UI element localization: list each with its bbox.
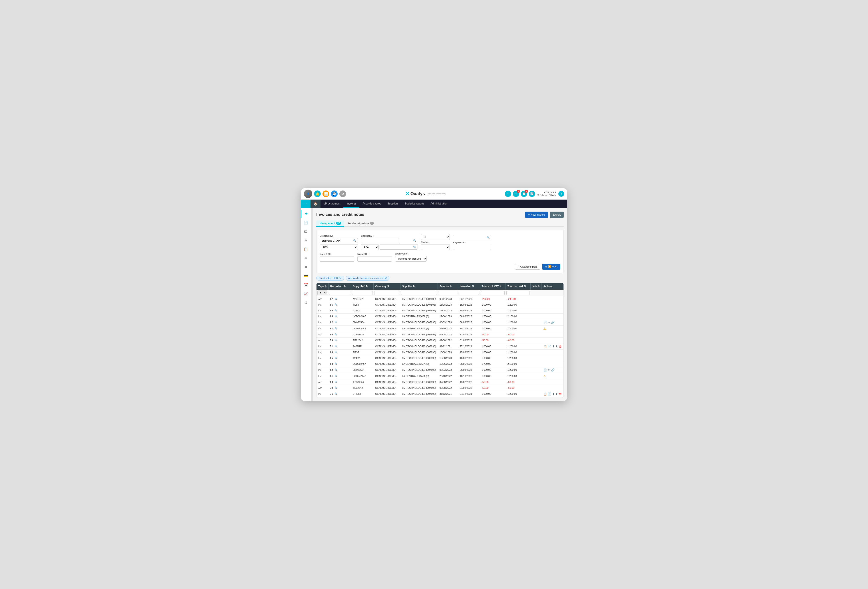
action-link-icon[interactable]: 🔗 (551, 368, 555, 371)
th-type[interactable]: Type ⇅ (316, 283, 328, 290)
keywords-input[interactable] (453, 245, 491, 250)
action-up-icon[interactable]: ⬆ (555, 345, 558, 348)
chip-remove-archived[interactable]: ✕ (384, 277, 387, 280)
export-button[interactable]: Export (550, 212, 564, 218)
user-avatar[interactable]: S (558, 191, 564, 197)
row-search-icon[interactable]: 🔍 (335, 351, 338, 354)
row-search-icon[interactable]: 🔍 (335, 392, 338, 395)
action-down-icon[interactable]: ⬇ (552, 392, 555, 396)
new-invoice-button[interactable]: + New invoice (525, 212, 548, 218)
action-del-icon[interactable]: 🗑 (559, 345, 562, 348)
action-edit-icon[interactable]: ✏ (548, 368, 550, 371)
th-info[interactable]: Info ⇅ (531, 283, 542, 290)
row-search-icon[interactable]: 🔍 (335, 297, 338, 300)
col-filter-record[interactable] (329, 291, 350, 295)
th-supplier[interactable]: Supplier ⇅ (400, 283, 438, 290)
nav-administration[interactable]: Administration (428, 200, 451, 208)
status-select[interactable] (421, 244, 450, 250)
nav-invoices[interactable]: Invoices (343, 200, 359, 208)
icon-messages[interactable]: 💬 (331, 191, 338, 197)
action-down-icon[interactable]: ⬇ (552, 345, 555, 348)
th-record[interactable]: Record no. ⇅ (328, 283, 351, 290)
archived-select[interactable]: Invoices not archived All Archived only (395, 256, 427, 262)
col-filter-issued-on[interactable] (459, 291, 479, 295)
sidebar-icon-calendar[interactable]: 📅 (301, 281, 311, 289)
action-edit-icon[interactable]: ✏ (548, 321, 550, 324)
sidebar-icon-settings[interactable]: ⚙ (301, 299, 311, 307)
action-multi-icon[interactable]: 📋 (543, 392, 547, 396)
action-doc-icon[interactable]: 📄 (543, 368, 547, 371)
sidebar-icon-card[interactable]: 💳 (301, 272, 311, 280)
col-filter-supplier[interactable] (401, 291, 437, 295)
num-br-input[interactable] (357, 256, 392, 262)
col-filter-type[interactable]: ▼ (317, 290, 328, 295)
th-company[interactable]: Company ⇅ (373, 283, 400, 290)
row-search-icon[interactable]: 🔍 (335, 327, 338, 330)
action-up-icon[interactable]: ⬆ (555, 392, 558, 396)
row-search-icon[interactable]: 🔍 (335, 381, 338, 383)
action-link-icon[interactable]: 🔗 (551, 321, 555, 324)
action-doc2-icon[interactable]: 📄 (548, 345, 551, 348)
col-filter-save-on[interactable] (438, 291, 457, 295)
created-by-select[interactable]: ACD (320, 244, 358, 250)
sidebar-icon-image[interactable]: 🖼 (301, 228, 311, 235)
nav-eprocurement[interactable]: eProcurement (320, 200, 343, 208)
th-inc-vat[interactable]: Total inc. VAT ⇅ (505, 283, 530, 290)
cart-button[interactable]: 🛒 2 (513, 191, 519, 197)
advanced-filters-button[interactable]: + Advanced filters (515, 264, 540, 269)
col-filter-company[interactable] (374, 291, 399, 295)
action-warn-icon[interactable]: ⚠ (543, 374, 546, 378)
sidebar-icon-star[interactable]: ★ (301, 210, 311, 218)
row-search-icon[interactable]: 🔍 (335, 386, 338, 389)
num-cde-input[interactable] (320, 256, 354, 262)
th-excl-vat[interactable]: Total excl. VAT ⇅ (480, 283, 505, 290)
row-search-icon[interactable]: 🔍 (335, 321, 338, 324)
tab-management[interactable]: Management 37 (316, 221, 344, 227)
company-input2[interactable] (379, 244, 418, 250)
nav-statistics[interactable]: Statistics reports (402, 200, 428, 208)
scroll-handle[interactable] (311, 208, 313, 401)
action-del-icon[interactable]: 🗑 (559, 392, 562, 396)
row-search-icon[interactable]: 🔍 (335, 368, 338, 371)
chip-remove-created-by[interactable]: ✕ (339, 277, 342, 280)
th-issued-on[interactable]: Issued on ⇅ (458, 283, 480, 290)
sidebar-icon-chart[interactable]: 📈 (301, 290, 311, 298)
icon-settings[interactable]: ⚙ (340, 191, 346, 197)
company-input[interactable] (361, 238, 399, 243)
icon-notifications[interactable]: 🔔 (314, 191, 321, 197)
sidebar-icon-x[interactable]: ✖ (301, 263, 311, 271)
nav-home[interactable]: → (301, 200, 310, 208)
th-ref[interactable]: Sugg. Ref. ⇅ (351, 283, 373, 290)
si-select[interactable]: SI (421, 234, 450, 240)
icon-analytics[interactable]: 📊 (322, 191, 329, 197)
action-warn-icon[interactable]: ⚠ (543, 327, 546, 330)
action-doc-icon[interactable]: 📄 (543, 321, 547, 324)
sidebar-icon-print[interactable]: 🖨 (301, 237, 311, 244)
row-search-icon[interactable]: 🔍 (335, 309, 338, 312)
th-save-on[interactable]: Save on ⇅ (438, 283, 458, 290)
col-filter-excl-vat[interactable] (481, 291, 505, 295)
action-doc2-icon[interactable]: 📄 (548, 392, 551, 396)
filter-button[interactable]: ⊞ 🔽 Filter (542, 264, 561, 269)
nav-suppliers[interactable]: Suppliers (384, 200, 402, 208)
nav-accords-cadres[interactable]: Accords-cadres (359, 200, 384, 208)
row-search-icon[interactable]: 🔍 (335, 375, 338, 377)
clipboard-button[interactable]: 📋 1 (521, 191, 527, 197)
row-search-icon[interactable]: 🔍 (335, 333, 338, 336)
created-by-input[interactable] (320, 238, 358, 243)
extra-input[interactable] (453, 235, 491, 240)
nav-home-icon[interactable]: 🏠 (310, 200, 320, 208)
col-filter-ref[interactable] (352, 291, 372, 295)
sidebar-icon-doc[interactable]: 📄 (301, 219, 311, 227)
action-multi-icon[interactable]: 📋 (543, 345, 547, 348)
add-button[interactable]: + (505, 191, 511, 197)
row-search-icon[interactable]: 🔍 (335, 363, 338, 365)
row-search-icon[interactable]: 🔍 (335, 339, 338, 342)
row-search-icon[interactable]: 🔍 (335, 303, 338, 306)
col-filter-inc-vat[interactable] (506, 291, 530, 295)
sidebar-icon-clipboard[interactable]: 📋 (301, 246, 311, 253)
tab-pending-signature[interactable]: Pending signature 1 (344, 221, 377, 227)
row-search-icon[interactable]: 🔍 (335, 345, 338, 348)
refresh-button[interactable]: 🔄 (529, 191, 535, 197)
sidebar-icon-edit[interactable]: ✏ (301, 254, 311, 262)
